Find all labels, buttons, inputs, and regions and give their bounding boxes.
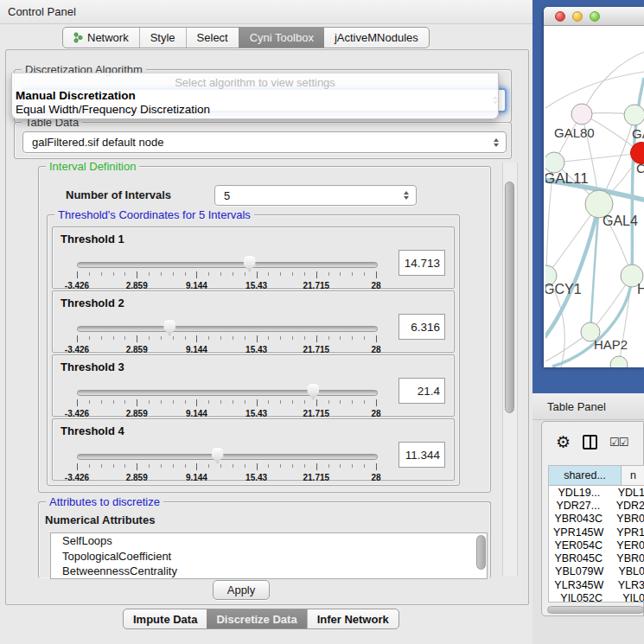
table-toolbar: ⚙ ☑☑ bbox=[542, 427, 643, 456]
cell-name: YIL0 bbox=[614, 592, 644, 603]
table-data-combobox[interactable]: galFiltered.sif default node bbox=[22, 131, 507, 153]
label-hap2: HAP2 bbox=[594, 337, 628, 352]
select-columns-icons[interactable]: ☑☑ bbox=[609, 436, 628, 449]
algorithm-dropdown-popup: Select algorithm to view settings Manual… bbox=[11, 73, 499, 119]
node-table[interactable]: shared... n YDL19...YDL1YDR27...YDR2YBR0… bbox=[548, 465, 644, 603]
table-row[interactable]: YBR043CYBR0 bbox=[549, 513, 644, 526]
split-view-icon[interactable] bbox=[583, 435, 597, 450]
tab-discretize-data[interactable]: Discretize Data bbox=[207, 609, 306, 628]
panel-scrollbar[interactable] bbox=[502, 163, 518, 576]
slider-thumb[interactable] bbox=[243, 256, 257, 272]
tab-select-label: Select bbox=[197, 31, 228, 44]
table-row[interactable]: YLR345WYLR3 bbox=[549, 578, 644, 591]
threshold-4-slider[interactable]: -3.4262.8599.14415.4321.71528 bbox=[77, 450, 376, 476]
threshold-1-panel: Threshold 1 -3.4262.8599.14415.4321.7152… bbox=[52, 226, 455, 289]
apply-button-label: Apply bbox=[227, 583, 256, 596]
threshold-2-value-field[interactable]: 6.316 bbox=[399, 314, 445, 340]
numerical-attributes-list[interactable]: SelfLoopsTopologicalCoefficientBetweenne… bbox=[50, 532, 488, 579]
slider-track[interactable] bbox=[77, 262, 378, 268]
algorithm-option-equal-width[interactable]: Equal Width/Frequency Discretization bbox=[16, 103, 210, 116]
tab-select[interactable]: Select bbox=[186, 28, 239, 48]
threshold-1-slider[interactable]: -3.4262.8599.14415.4321.71528 bbox=[77, 258, 376, 284]
network-view-window[interactable]: GAL80 GA C GAL11 GAL4 GCY1 H HAP2 bbox=[544, 7, 644, 367]
tab-jactivemnodules-label: jActiveMNodules bbox=[335, 31, 418, 44]
threshold-3-panel: Threshold 3 -3.4262.8599.14415.4321.7152… bbox=[52, 354, 455, 417]
node-bottom[interactable] bbox=[610, 356, 628, 367]
threshold-1-value-field[interactable]: 14.713 bbox=[399, 250, 445, 276]
table-row[interactable]: YPR145WYPR1 bbox=[549, 526, 644, 539]
table-row[interactable]: YER054CYER0 bbox=[549, 539, 644, 552]
list-scrollbar[interactable] bbox=[476, 535, 486, 570]
attribute-item[interactable]: BetweennessCentrality bbox=[51, 564, 487, 579]
attribute-item[interactable]: SelfLoops bbox=[51, 533, 487, 549]
algorithm-placeholder: Select algorithm to view settings bbox=[12, 76, 498, 89]
threshold-4-value-field[interactable]: 11.344 bbox=[399, 442, 445, 468]
tab-network[interactable]: Network bbox=[63, 28, 139, 48]
tab-discretize-data-label: Discretize Data bbox=[216, 613, 296, 626]
column-header-name[interactable]: n bbox=[622, 466, 644, 485]
algorithm-option-manual[interactable]: Manual Discretization bbox=[16, 89, 136, 102]
cell-name: YDL1 bbox=[609, 487, 644, 499]
combo-arrows-icon bbox=[404, 191, 409, 200]
table-row[interactable]: YIL052CYIL0 bbox=[549, 591, 644, 603]
tab-style[interactable]: Style bbox=[139, 28, 186, 48]
tab-jactivemnodules[interactable]: jActiveMNodules bbox=[324, 28, 429, 48]
gear-icon[interactable]: ⚙ bbox=[556, 434, 571, 450]
cell-shared-name: YDL19... bbox=[549, 487, 609, 499]
cell-name: YBL0 bbox=[609, 565, 644, 577]
network-window-titlebar[interactable] bbox=[544, 7, 644, 26]
cell-shared-name: YPR145W bbox=[549, 526, 608, 539]
slider-ticks bbox=[77, 463, 376, 471]
node-gal80[interactable] bbox=[571, 104, 592, 124]
label-gal4: GAL4 bbox=[603, 214, 638, 228]
cell-shared-name: YLR345W bbox=[549, 579, 609, 591]
threshold-2-slider[interactable]: -3.4262.8599.14415.4321.71528 bbox=[77, 322, 376, 348]
cell-shared-name: YBR045C bbox=[549, 552, 608, 564]
table-data-value: galFiltered.sif default node bbox=[32, 136, 163, 149]
cell-name: YDR2 bbox=[608, 500, 644, 512]
cell-shared-name: YBR043C bbox=[549, 513, 608, 525]
label-ga: GA bbox=[632, 126, 644, 141]
slider-thumb[interactable] bbox=[163, 320, 176, 336]
table-row[interactable]: YDL19...YDL1 bbox=[549, 486, 644, 499]
table-horizontal-scrollbar[interactable] bbox=[547, 606, 644, 614]
tab-impute-data-label: Impute Data bbox=[133, 613, 197, 626]
tab-infer-network[interactable]: Infer Network bbox=[307, 609, 399, 628]
apply-button[interactable]: Apply bbox=[213, 580, 270, 600]
network-canvas[interactable]: GAL80 GA C GAL11 GAL4 GCY1 H HAP2 bbox=[545, 26, 644, 367]
tab-impute-data[interactable]: Impute Data bbox=[124, 609, 207, 628]
label-gal11: GAL11 bbox=[545, 170, 589, 187]
threshold-4-label: Threshold 4 bbox=[61, 424, 124, 437]
table-panel-titlebar: Table Panel bbox=[532, 393, 644, 420]
slider-thumb[interactable] bbox=[306, 384, 320, 400]
numerical-attributes-label: Numerical Attributes bbox=[45, 513, 155, 526]
slider-ticks bbox=[77, 399, 376, 407]
close-window-icon[interactable] bbox=[555, 11, 565, 22]
bottom-tab-bar: Impute Data Discretize Data Infer Networ… bbox=[123, 609, 399, 629]
num-intervals-combobox[interactable]: 5 bbox=[214, 185, 417, 206]
table-row[interactable]: YBL079WYBL0 bbox=[549, 565, 644, 578]
slider-tick-labels: -3.4262.8599.14415.4321.71528 bbox=[77, 473, 376, 483]
minimize-window-icon[interactable] bbox=[572, 11, 583, 22]
threshold-3-value-field[interactable]: 21.4 bbox=[399, 378, 445, 404]
slider-thumb[interactable] bbox=[211, 448, 225, 464]
slider-track[interactable] bbox=[77, 326, 378, 332]
cell-name: YBR0 bbox=[608, 552, 644, 564]
column-header-shared-name[interactable]: shared... bbox=[549, 466, 622, 485]
tab-cyni-toolbox-label: Cyni Toolbox bbox=[250, 31, 314, 44]
panel-title: Control Panel bbox=[8, 5, 76, 18]
attribute-item[interactable]: TopologicalCoefficient bbox=[51, 549, 487, 564]
cell-name: YER0 bbox=[608, 539, 644, 552]
threshold-3-slider[interactable]: -3.4262.8599.14415.4321.71528 bbox=[77, 386, 376, 412]
node-top-right[interactable] bbox=[624, 105, 644, 125]
zoom-window-icon[interactable] bbox=[590, 11, 600, 22]
table-row[interactable]: YDR27...YDR2 bbox=[549, 499, 644, 512]
tab-cyni-toolbox[interactable]: Cyni Toolbox bbox=[239, 28, 324, 48]
slider-track[interactable] bbox=[77, 390, 378, 396]
slider-ticks bbox=[77, 271, 376, 279]
label-h: H bbox=[637, 282, 644, 296]
combo-arrows-icon bbox=[494, 138, 499, 147]
scrollbar-thumb[interactable] bbox=[505, 182, 514, 413]
table-row[interactable]: YBR045CYBR0 bbox=[549, 552, 644, 564]
slider-track[interactable] bbox=[77, 454, 378, 460]
